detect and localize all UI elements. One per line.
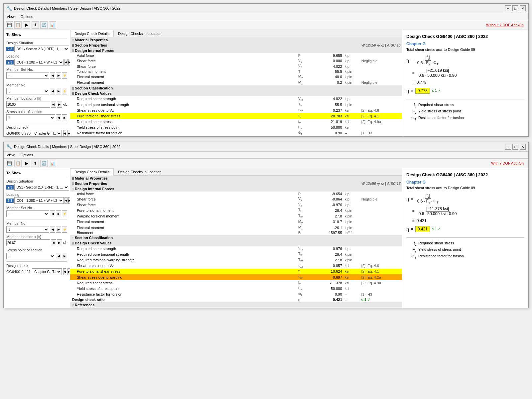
loading-prev-2[interactable]: ◀ xyxy=(65,197,67,204)
design-situation-dropdown-1[interactable]: DS1 - Section 2.3 (LRFD), 1, ... xyxy=(14,46,69,52)
equals-2c: = xyxy=(412,218,415,223)
ml-prev-2[interactable]: ◀ xyxy=(51,239,56,246)
expand-dcv-1[interactable]: ⊟ xyxy=(71,92,74,95)
maximize-btn-1[interactable]: □ xyxy=(512,5,518,11)
member-no-dropdown-2[interactable]: 3 xyxy=(6,226,49,233)
expand-material-2[interactable]: ⊞ xyxy=(71,177,74,180)
tab-details-2[interactable]: Design Check Details xyxy=(70,168,114,176)
member-loc-input-2[interactable] xyxy=(6,239,50,246)
table-row: Required shear stressfv-21.019ksi[2], Eq… xyxy=(70,119,402,125)
expand-sclass-2[interactable]: ⊞ xyxy=(71,236,74,240)
dc-chapter-2[interactable]: Chapter G | T... xyxy=(32,268,62,275)
toolbar-btn-2[interactable]: 📋 xyxy=(14,21,22,29)
menu-bar-1: View Options xyxy=(4,13,528,20)
menu-options-1[interactable]: Options xyxy=(20,14,34,19)
loading-badge-1: 2.3 xyxy=(6,60,14,65)
ml-prev-1[interactable]: ◀ xyxy=(51,101,56,108)
window-title-2: Design Check Details | Members | Steel D… xyxy=(14,145,120,149)
table-row: Required shear strengthVrz0.976kip xyxy=(70,246,402,251)
dc-prev-1[interactable]: ◀ xyxy=(63,130,66,136)
addon-link-2[interactable]: With 7 DOF Add-On xyxy=(491,161,526,165)
mn-next-1[interactable]: ▶ xyxy=(56,88,61,94)
expand-section-2[interactable]: ⊞ xyxy=(71,182,74,186)
ms-prev-2[interactable]: ◀ xyxy=(50,210,55,217)
member-set-dropdown-2[interactable]: ... xyxy=(6,210,49,217)
fraction-1: |fv| 0.6 · Fy · ΦT xyxy=(417,55,439,66)
member-loc-control-2: ◀ ▶ x/L xyxy=(6,239,67,246)
middle-panel-1: Design Check Details Design Checks in Lo… xyxy=(70,30,402,136)
expand-material-1[interactable]: ⊞ xyxy=(71,38,74,42)
design-situation-dropdown-2[interactable]: DS1 - Section 2.3 (LRFD), 1, ... xyxy=(14,184,69,191)
tab-details-1[interactable]: Design Check Details xyxy=(70,30,114,37)
mn-prev-1[interactable]: ◀ xyxy=(50,88,55,94)
dc-chapter-1[interactable]: Chapter G | T... xyxy=(32,130,62,136)
equals-2a: = xyxy=(411,197,413,201)
member-set-dropdown-1[interactable]: ... xyxy=(6,72,49,79)
minimize-btn-1[interactable]: − xyxy=(505,5,511,11)
sp-prev-2[interactable]: ◀ xyxy=(56,253,61,259)
ms-refresh-1[interactable]: ⚡ xyxy=(62,72,67,79)
menu-view-1[interactable]: View xyxy=(6,14,16,19)
sp-next-2[interactable]: ▶ xyxy=(62,253,67,259)
ms-prev-1[interactable]: ◀ xyxy=(50,72,55,79)
member-set-label-1: Member Set No. xyxy=(6,67,67,71)
ms-next-2[interactable]: ▶ xyxy=(56,210,61,217)
toolbar2-btn-3[interactable]: ▶ xyxy=(23,160,30,167)
toolbar2-btn-1[interactable]: 💾 xyxy=(6,160,13,167)
sp-prev-1[interactable]: ◀ xyxy=(56,114,61,121)
expand-refs-2[interactable]: ⊟ xyxy=(71,303,74,307)
addon-link-1[interactable]: Without 7 DOF Add-On xyxy=(486,23,526,27)
sp-next-1[interactable]: ▶ xyxy=(62,114,67,121)
dc-prev-2[interactable]: ◀ xyxy=(63,268,66,275)
minimize-btn-2[interactable]: − xyxy=(505,144,511,150)
menu-view-2[interactable]: View xyxy=(6,153,16,157)
toolbar2-btn-2[interactable]: 📋 xyxy=(14,160,22,167)
table-row: Pure torsional momentTt28.4kipin xyxy=(70,207,402,213)
toolbar-btn-5[interactable]: 🔄 xyxy=(40,21,48,29)
table-row: Axial forceP-9.655kip xyxy=(70,53,402,58)
toolbar2-btn-5[interactable]: 🔄 xyxy=(40,160,48,167)
loading-prev-1[interactable]: ◀ xyxy=(65,59,67,66)
expand-forces-2[interactable]: ⊟ xyxy=(71,187,74,191)
legend-label-1-1: Required shear stress xyxy=(418,103,454,107)
ml-next-1[interactable]: ▶ xyxy=(57,101,62,108)
loading-dropdown-2[interactable]: CO1 - 1.20D + L1 + W + L2 xyxy=(14,197,64,204)
stress-point-dropdown-2[interactable]: 5 xyxy=(6,253,55,259)
mn-prev-2[interactable]: ◀ xyxy=(50,226,55,233)
expand-section-1[interactable]: ⊞ xyxy=(71,44,74,47)
toolbar-btn-6[interactable]: 📊 xyxy=(49,21,56,29)
menu-options-2[interactable]: Options xyxy=(20,153,34,157)
ml-next-2[interactable]: ▶ xyxy=(57,239,62,246)
toolbar-btn-4[interactable]: ⬆ xyxy=(32,21,39,29)
expand-sclass-1[interactable]: ⊞ xyxy=(71,86,74,90)
mn-refresh-2[interactable]: ⚡ xyxy=(62,226,67,233)
ms-next-1[interactable]: ▶ xyxy=(56,72,61,79)
toolbar2-btn-6[interactable]: 📊 xyxy=(49,160,56,167)
dc-next-1[interactable]: ▶ xyxy=(67,130,70,136)
data-table-1: ⊞Material Properties ⊞Section Properties… xyxy=(70,37,402,136)
ms-refresh-2[interactable]: ⚡ xyxy=(62,210,67,217)
expand-dcv-2[interactable]: ⊟ xyxy=(71,241,74,245)
maximize-btn-2[interactable]: □ xyxy=(512,144,518,150)
legend-label-1-3: Resistance factor for torsion xyxy=(418,116,464,120)
tab-location-2[interactable]: Design Checks in Location xyxy=(114,168,166,175)
toolbar-btn-3[interactable]: ▶ xyxy=(23,21,30,29)
final-row-1: η = 0.778 ≤ 1 ✓ xyxy=(406,88,524,94)
loading-dropdown-1[interactable]: CO1 - 1.20D + L1 + W + L2 xyxy=(14,59,64,66)
mn-refresh-1[interactable]: ⚡ xyxy=(62,88,67,94)
member-loc-input-1[interactable] xyxy=(6,101,50,108)
dc-next-2[interactable]: ▶ xyxy=(67,268,70,275)
close-btn-2[interactable]: ✕ xyxy=(520,144,526,150)
toolbar2-btn-4[interactable]: ⬆ xyxy=(32,160,39,167)
stress-point-label-2: Stress point of section xyxy=(6,248,67,252)
member-set-control-1: ... ◀ ▶ ⚡ xyxy=(6,72,67,79)
list-item: [1] ANSI/AISC 360-22 xyxy=(70,308,402,308)
mn-next-2[interactable]: ▶ xyxy=(56,226,61,233)
member-no-dropdown-1[interactable]: 3 xyxy=(6,88,49,94)
toolbar-btn-1[interactable]: 💾 xyxy=(6,21,13,29)
stress-point-dropdown-1[interactable]: 4 xyxy=(6,114,55,121)
loc-unit-2: x/L xyxy=(63,241,67,245)
close-btn-1[interactable]: ✕ xyxy=(520,5,526,11)
tab-location-1[interactable]: Design Checks in Location xyxy=(114,30,166,37)
expand-forces-1[interactable]: ⊟ xyxy=(71,49,74,53)
